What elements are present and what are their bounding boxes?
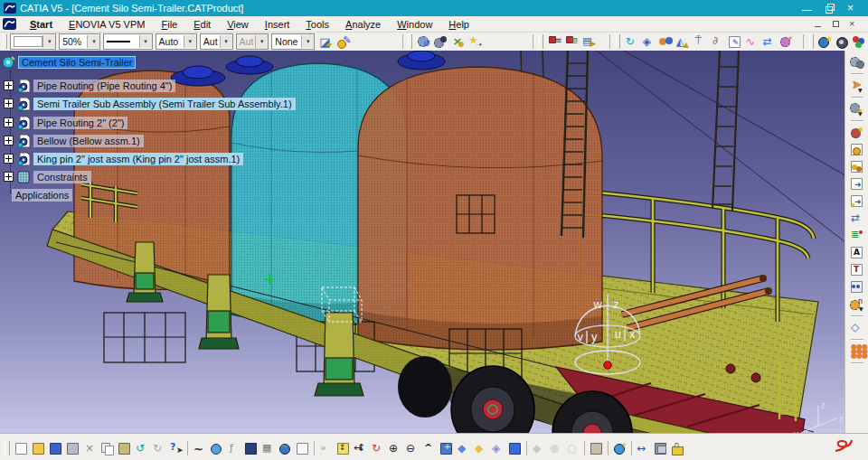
thickness-combo[interactable]: Aut ▾ bbox=[200, 33, 233, 50]
lowlight-icon[interactable]: ○ bbox=[565, 441, 580, 456]
prism-arrow-icon[interactable]: ◭▲ bbox=[675, 34, 691, 50]
toolbar-handle[interactable] bbox=[5, 441, 10, 455]
replace-component-icon[interactable]: ⇄ bbox=[849, 211, 864, 226]
existing-component-icon[interactable]: ➜ bbox=[849, 176, 864, 192]
resize-icon[interactable]: ↔ bbox=[636, 441, 651, 456]
expand-toggle[interactable] bbox=[4, 172, 14, 182]
tree-item-king-pin[interactable]: King pin 2" jost assm (King pin 2" jost … bbox=[0, 151, 243, 166]
wireframe-icon[interactable]: ~ bbox=[192, 441, 207, 456]
chart-icon[interactable]: ▦ bbox=[260, 441, 276, 456]
expand-toggle[interactable] bbox=[4, 99, 14, 108]
transparency-combo[interactable]: 50% ▾ bbox=[59, 33, 100, 50]
tree-item-label[interactable]: Pipe Routing 2" (2") bbox=[33, 117, 127, 129]
menu-edit[interactable]: Edit bbox=[185, 18, 219, 31]
expand-toggle[interactable] bbox=[4, 117, 14, 127]
formula-icon[interactable]: ƒ bbox=[226, 441, 241, 456]
cut-icon[interactable]: × bbox=[82, 441, 98, 456]
child-close-button[interactable]: × bbox=[849, 20, 857, 28]
undo-icon[interactable]: ↺ bbox=[134, 441, 149, 456]
restore-button[interactable] bbox=[825, 4, 835, 13]
open-icon[interactable] bbox=[31, 441, 46, 456]
fit-all-icon[interactable]: ↕ bbox=[335, 441, 351, 456]
anchor-icon[interactable]: ⍑ bbox=[693, 34, 708, 50]
minimize-button[interactable] bbox=[802, 4, 812, 13]
wireframe-view-icon[interactable] bbox=[507, 441, 523, 456]
graph-tree-icon[interactable]: ≣ bbox=[849, 228, 864, 243]
toolbar-handle[interactable] bbox=[539, 34, 543, 49]
zoom-out-icon[interactable]: ⊖ bbox=[404, 441, 420, 456]
graph-tree-expansion-icon[interactable]: ≣ bbox=[564, 34, 580, 50]
menu-file[interactable]: File bbox=[153, 18, 185, 31]
new-part-icon[interactable]: ★ bbox=[849, 125, 864, 140]
save-icon[interactable] bbox=[48, 441, 63, 456]
iso-view-icon[interactable]: ◆ bbox=[456, 441, 471, 456]
tree-item-root[interactable]: Cement Silo Semi-Trailer bbox=[0, 54, 136, 70]
jack-icon[interactable]: ×● bbox=[450, 34, 466, 50]
tree-item-label[interactable]: Pipe Routing (Pipe Routing 4") bbox=[33, 80, 175, 92]
tree-item-constraints[interactable]: Constraints bbox=[0, 169, 91, 184]
swap-arrows-icon[interactable]: ⇄ bbox=[761, 34, 777, 50]
tree-item-applications[interactable]: Applications bbox=[0, 187, 72, 202]
toolbar-handle[interactable] bbox=[809, 34, 814, 49]
toolbar-handle[interactable] bbox=[408, 34, 412, 49]
fly-mode-icon[interactable]: » bbox=[318, 441, 334, 456]
close-button[interactable]: × bbox=[847, 4, 857, 13]
zoom-in-icon[interactable]: ⊕ bbox=[387, 441, 402, 456]
gear-arrow-icon[interactable]: ↺ bbox=[416, 34, 431, 50]
menu-insert[interactable]: Insert bbox=[257, 18, 298, 31]
expand-toggle[interactable] bbox=[4, 154, 14, 164]
expand-toggle[interactable] bbox=[4, 136, 14, 146]
menu-enovia[interactable]: ENOVIA V5 VPM bbox=[61, 18, 153, 31]
existing-component-positioned-icon[interactable]: ➜★ bbox=[849, 193, 864, 209]
chevron-down-icon[interactable]: ▾ bbox=[42, 35, 55, 48]
selective-list-icon[interactable]: ▤▶ bbox=[581, 34, 597, 50]
select-arrow-icon[interactable]: ➤▼ bbox=[849, 78, 864, 93]
child-minimize-button[interactable] bbox=[815, 20, 823, 28]
magic-wand-icon[interactable]: ★➝ bbox=[467, 34, 483, 50]
hide-show-icon[interactable]: ◆ bbox=[531, 441, 546, 456]
swap-visible-icon[interactable]: ● bbox=[548, 441, 563, 456]
pan-icon[interactable]: ↔↕ bbox=[353, 441, 368, 456]
paint-icon[interactable]: ✶ bbox=[612, 441, 627, 456]
graphic-wizard-icon[interactable]: ✎ bbox=[335, 34, 351, 50]
settings-gear-icon[interactable]: ✶ bbox=[778, 34, 794, 50]
fly-cube-icon[interactable]: ◈ bbox=[641, 34, 656, 50]
color-balls-icon[interactable] bbox=[852, 34, 867, 50]
redo-icon[interactable]: ↻ bbox=[151, 441, 166, 456]
catalog-icon[interactable] bbox=[209, 441, 224, 456]
measure-icon[interactable]: ●●●●●●●●● bbox=[849, 343, 864, 359]
copy-icon[interactable] bbox=[99, 441, 115, 456]
tree-item-label[interactable]: Semi Trailer Sub Assembly (Semi Trailer … bbox=[33, 98, 296, 110]
toolbar-handle[interactable] bbox=[616, 34, 620, 49]
document-icon[interactable] bbox=[295, 441, 310, 456]
chevron-down-icon[interactable]: ▾ bbox=[301, 35, 314, 48]
camera-gears-icon[interactable] bbox=[433, 34, 448, 50]
whats-this-icon[interactable]: ?➤ bbox=[168, 441, 184, 456]
tree-item-pipe-routing-4[interactable]: Pipe Routing (Pipe Routing 4") bbox=[0, 78, 175, 93]
normal-view-icon[interactable]: ^ bbox=[421, 441, 437, 456]
lock-icon[interactable]: ∩ bbox=[670, 441, 685, 456]
tree-item-label[interactable]: Applications bbox=[12, 189, 72, 202]
new-icon[interactable] bbox=[14, 441, 29, 456]
chevron-down-icon[interactable]: ▾ bbox=[87, 35, 99, 48]
menu-start[interactable]: Start bbox=[22, 18, 61, 31]
multi-view-icon[interactable]: + bbox=[439, 441, 454, 456]
tree-item-pipe-routing-2[interactable]: Pipe Routing 2" (2") bbox=[0, 115, 127, 130]
rename-icon[interactable]: A bbox=[849, 245, 864, 260]
child-restore-button[interactable] bbox=[832, 20, 840, 28]
part-numbering-icon[interactable]: T bbox=[849, 262, 864, 277]
chevron-down-icon[interactable]: ▾ bbox=[184, 35, 196, 48]
window-layers-icon[interactable] bbox=[653, 441, 668, 456]
paperclip-icon[interactable]: ∂ bbox=[710, 34, 725, 50]
menu-view[interactable]: View bbox=[219, 18, 257, 31]
gears-icon[interactable] bbox=[849, 54, 864, 70]
tree-item-bellow[interactable]: Bellow (Bellow assm.1) bbox=[0, 133, 144, 148]
shaded-edges-icon[interactable]: ◈ bbox=[490, 441, 505, 456]
rotate-icon[interactable]: ↻ bbox=[370, 441, 385, 456]
www-icon[interactable]: ◠ bbox=[278, 441, 293, 456]
line-type-combo[interactable]: Auto ▾ bbox=[156, 33, 197, 50]
clipboard-icon[interactable] bbox=[589, 441, 604, 456]
gear-cursor-icon[interactable]: ➤▼ bbox=[849, 101, 864, 117]
world-star-icon[interactable]: ★ bbox=[817, 34, 833, 50]
chevron-down-icon[interactable]: ▾ bbox=[220, 35, 232, 48]
